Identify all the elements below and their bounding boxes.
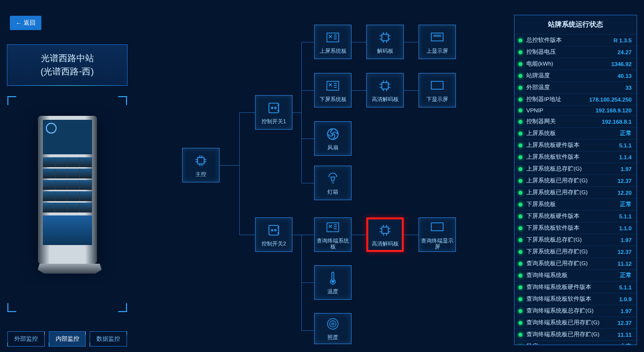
status-dot-icon — [518, 250, 522, 254]
status-value: 192.168.9.120 — [595, 107, 632, 113]
brightness-icon — [325, 317, 340, 331]
node-master[interactable]: 主控 — [182, 148, 220, 182]
node-label: 照度 — [327, 334, 338, 340]
status-value: 33 — [625, 85, 632, 91]
status-value: 1.97 — [621, 166, 632, 172]
status-value: 1.1.4 — [619, 154, 632, 160]
status-value: 1.0.9 — [619, 296, 632, 302]
status-dot-icon — [518, 38, 522, 42]
status-row: 控制器网关192.168.8.1 — [515, 115, 637, 127]
back-label: 返回 — [24, 19, 35, 27]
station-title-line1: 光谱西路中站 — [7, 52, 127, 65]
status-value: 正常 — [620, 130, 632, 137]
status-row: 上屏系统板总存贮(G)1.97 — [515, 163, 637, 175]
node-display-query[interactable]: 查询终端显示屏 — [419, 217, 456, 252]
status-dot-icon — [518, 226, 522, 230]
cpu-icon — [378, 78, 392, 93]
status-label: 下屏系统板已用存贮(G) — [526, 248, 615, 255]
status-row: VPNIP192.168.9.120 — [515, 105, 637, 115]
status-dot-icon — [518, 274, 522, 278]
status-value: 192.168.8.1 — [602, 119, 632, 125]
station-title-line2: (光谱西路-西) — [7, 65, 127, 78]
status-value: 178.100.254.250 — [589, 97, 632, 103]
svg-rect-8 — [327, 81, 339, 90]
status-dot-icon — [518, 86, 522, 90]
status-dot-icon — [518, 120, 522, 124]
status-value: 上电 — [620, 343, 632, 345]
node-switch1[interactable]: 控制开关1 — [255, 95, 292, 130]
cpu-icon — [378, 223, 392, 238]
tab-internal[interactable]: 内部监控 — [49, 331, 86, 347]
status-value: 1.1.0 — [619, 225, 632, 231]
status-dot-icon — [518, 285, 522, 289]
status-dot-icon — [518, 333, 522, 337]
status-label: 外部温度 — [526, 84, 623, 91]
status-row: 上屏系统板正常 — [515, 127, 637, 139]
status-label: 查询终端系统板 — [526, 272, 618, 279]
svg-rect-10 — [327, 223, 339, 232]
status-value: R 1.3.5 — [613, 37, 632, 43]
node-hd-decode-2[interactable]: 高清解码板 — [366, 217, 404, 252]
status-dot-icon — [518, 167, 522, 171]
node-switch2[interactable]: 控制开关2 — [255, 217, 292, 252]
board-icon — [325, 30, 340, 45]
status-label: 上屏系统板已用存贮(G) — [526, 189, 615, 196]
status-row: 查询系统板已用存贮(G)11.12 — [515, 257, 637, 269]
node-top-system[interactable]: 上屏系统板 — [314, 25, 352, 59]
status-value: 1346.92 — [611, 61, 632, 67]
tab-external[interactable]: 外部监控 — [7, 331, 45, 347]
node-display-bottom[interactable]: 下显示屏 — [419, 73, 456, 107]
status-label: 查询终端系统板硬件版本 — [526, 283, 617, 291]
status-dot-icon — [518, 143, 522, 147]
status-dot-icon — [518, 262, 522, 266]
status-value: 11.11 — [617, 332, 632, 338]
node-label: 下显示屏 — [426, 96, 448, 102]
lamp-icon — [325, 171, 340, 186]
status-value: 正常 — [620, 272, 632, 279]
svg-rect-19 — [434, 35, 441, 36]
status-label: 电能(kWh) — [526, 60, 609, 68]
status-row: 上屏系统板软件版本1.1.4 — [515, 151, 637, 163]
status-dot-icon — [518, 132, 522, 136]
svg-rect-15 — [382, 34, 388, 40]
node-label: 温度 — [327, 288, 338, 294]
socket-icon — [266, 101, 281, 115]
status-value: 1.97 — [621, 237, 632, 243]
node-temperature[interactable]: 温度 — [314, 265, 352, 300]
node-display-top[interactable]: 上显示屏 — [419, 25, 456, 59]
topology-diagram: 主控 控制开关1 控制开关2 上屏系统板 下屏系统板 风扇 灯箱 查询终端系统板… — [182, 14, 507, 344]
status-value: 12.37 — [617, 178, 632, 184]
status-label: 查询终端系统板软件版本 — [526, 295, 617, 303]
status-value: 12.37 — [617, 320, 632, 326]
status-value: 24.27 — [617, 49, 632, 55]
node-decode[interactable]: 解码板 — [366, 25, 404, 59]
svg-rect-1 — [269, 103, 279, 113]
node-query-system[interactable]: 查询终端系统板 — [314, 217, 352, 252]
status-value: 40.13 — [617, 73, 632, 79]
status-row: 下屏系统板正常 — [515, 198, 637, 210]
status-value: 5.1.1 — [619, 142, 632, 148]
status-value: 5.1.1 — [619, 213, 632, 219]
node-bottom-system[interactable]: 下屏系统板 — [314, 73, 352, 107]
status-label: 上屏系统板硬件版本 — [526, 141, 617, 149]
svg-point-14 — [332, 323, 334, 325]
status-value: 正常 — [620, 201, 632, 208]
status-row: 查询终端系统板硬件版本5.1.1 — [515, 281, 637, 293]
node-label: 灯箱 — [327, 189, 338, 195]
status-label: 控制器电压 — [526, 48, 615, 56]
status-row: 查询终端系统板正常 — [515, 269, 637, 281]
node-fan[interactable]: 风扇 — [314, 121, 352, 156]
node-lightbox[interactable]: 灯箱 — [314, 166, 352, 200]
board-icon — [325, 220, 340, 235]
status-label: 查询系统板已用存贮(G) — [526, 260, 615, 267]
tab-data[interactable]: 数据监控 — [90, 331, 127, 347]
status-label: 控制器网关 — [526, 118, 600, 125]
board-icon — [325, 78, 340, 93]
status-dot-icon — [518, 74, 522, 78]
status-dot-icon — [518, 98, 522, 102]
back-button[interactable]: 返回 — [10, 16, 41, 30]
node-brightness[interactable]: 照度 — [314, 313, 352, 344]
node-hd-decode-1[interactable]: 高清解码板 — [366, 73, 404, 107]
status-row: 查询终端系统板软件版本1.0.9 — [515, 293, 637, 305]
node-label: 下屏系统板 — [320, 96, 347, 102]
